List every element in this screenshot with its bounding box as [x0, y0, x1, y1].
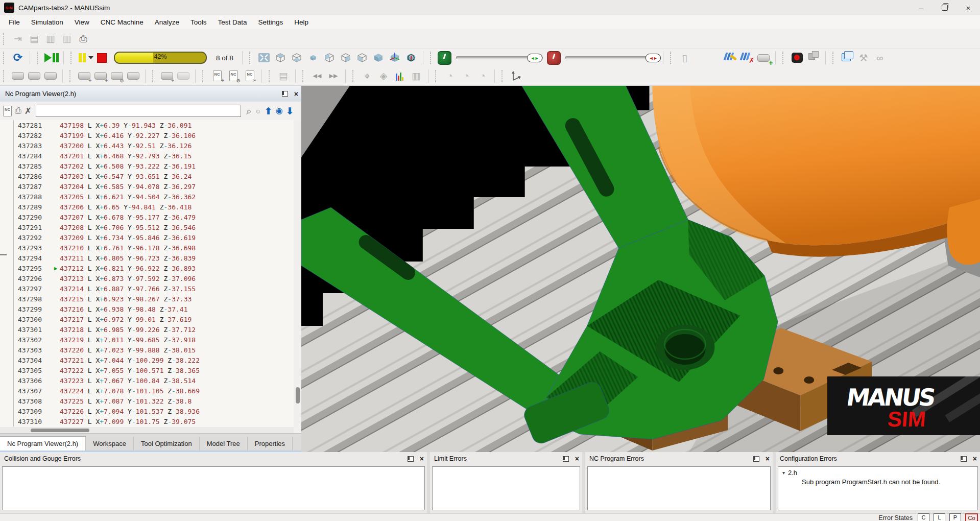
nc-line-437301[interactable]: 437301437218 L X+6.985 Y-99.226 Z-37.712: [0, 324, 294, 335]
tab-nc-program-viewer-2-h-[interactable]: Nc Program Viewer(2.h): [0, 436, 86, 451]
pause-options-button[interactable]: [77, 50, 93, 65]
nc-line-437304[interactable]: 437304437221 L X+7.044 Y-100.299 Z-38.22…: [0, 355, 294, 365]
link-icon[interactable]: ∞: [872, 50, 888, 65]
time-compare-icon[interactable]: ◔: [474, 68, 491, 84]
tab-model-tree[interactable]: Model Tree: [200, 437, 248, 451]
material-brush-remove-icon[interactable]: ✗: [739, 50, 755, 65]
view-axes-icon[interactable]: [387, 50, 403, 65]
view-iso-icon[interactable]: [305, 50, 321, 65]
tab-workspace[interactable]: Workspace: [86, 437, 134, 451]
nc-line-437292[interactable]: 437292437209 L X+6.734 Y-95.846 Z-36.619: [0, 232, 294, 243]
minimize-button[interactable]: –: [910, 0, 933, 15]
caliper-icon[interactable]: ⌖: [359, 68, 375, 84]
nc-line-437282[interactable]: 437282437199 L X+6.416 Y-92.227 Z-36.106: [0, 130, 294, 140]
nc-line-437297[interactable]: 437297437214 L X+6.887 Y-97.766 Z-37.155: [0, 283, 294, 294]
panel-content[interactable]: [432, 466, 580, 510]
stop-button[interactable]: [93, 50, 110, 65]
nc-line-437305[interactable]: 437305437222 L X+7.055 Y-100.571 Z-38.36…: [0, 365, 294, 375]
tab-tool-optimization[interactable]: Tool Optimization: [134, 437, 200, 451]
error-state-c[interactable]: C: [918, 513, 929, 521]
float-panel-icon[interactable]: [753, 456, 759, 462]
nc-new-icon[interactable]: NC+: [209, 68, 225, 84]
nc-zero-icon[interactable]: NC⊘: [225, 68, 242, 84]
speed-slider-red[interactable]: ◄►: [562, 50, 659, 65]
nc-line-437306[interactable]: 437306437223 L X+7.067 Y-100.84 Z-38.514: [0, 375, 294, 386]
chevron-down-icon[interactable]: ▾: [782, 470, 785, 476]
stock-zero-icon[interactable]: ⊘: [109, 68, 125, 84]
fit-view-icon[interactable]: [256, 50, 272, 65]
red-slider-handle[interactable]: ◄►: [646, 54, 661, 62]
import-icon[interactable]: ⇥: [10, 31, 26, 46]
nc-line-437287[interactable]: 437287437204 L X+6.585 Y-94.078 Z-36.297: [0, 181, 294, 192]
error-state-co[interactable]: Co: [965, 513, 978, 521]
nc-line-437310[interactable]: 437310437227 L X+7.099 Y-101.75 Z-39.075: [0, 416, 294, 427]
close-panel-icon[interactable]: ×: [973, 455, 977, 462]
view-top-icon[interactable]: [272, 50, 289, 65]
clear-icon[interactable]: ✗: [25, 106, 32, 116]
stock-insert-icon[interactable]: +: [92, 68, 109, 84]
stock-measure-icon[interactable]: [10, 68, 26, 84]
close-panel-icon[interactable]: ×: [575, 455, 579, 462]
statistics-chart-icon[interactable]: [392, 68, 408, 84]
vertical-scrollbar-thumb[interactable]: [296, 387, 300, 404]
compare-icon[interactable]: ◈: [375, 68, 392, 84]
match-circle-icon[interactable]: ○: [256, 107, 260, 115]
menu-item-simulation[interactable]: Simulation: [26, 17, 69, 28]
nc-line-437309[interactable]: 437309437226 L X+7.094 Y-101.537 Z-38.93…: [0, 406, 294, 416]
nc-line-437290[interactable]: 437290437207 L X+6.678 Y-95.177 Z-36.479: [0, 212, 294, 222]
machine-component-icon[interactable]: ⚒: [855, 50, 872, 65]
horizontal-scrollbar-thumb[interactable]: [31, 429, 89, 432]
nc-line-437295[interactable]: 437295▶437212 L X+6.821 Y-96.922 Z-36.89…: [0, 263, 294, 273]
nc-line-437307[interactable]: 437307437224 L X+7.078 Y-101.105 Z-38.66…: [0, 386, 294, 396]
tab-properties[interactable]: Properties: [248, 437, 293, 451]
nc-line-437308[interactable]: 437308437225 L X+7.087 Y-101.322 Z-38.8: [0, 396, 294, 406]
search-input[interactable]: [36, 105, 241, 117]
probe-icon[interactable]: ▯: [677, 50, 693, 65]
stock-white-icon[interactable]: [175, 68, 192, 84]
speed-slider-green[interactable]: ◄►: [453, 50, 546, 65]
reset-simulation-icon[interactable]: ⟳: [10, 50, 26, 65]
view-solid-icon[interactable]: [370, 50, 387, 65]
view-left-icon[interactable]: [354, 50, 370, 65]
add-machine-icon[interactable]: +: [755, 50, 772, 65]
stock-add-icon[interactable]: +: [76, 68, 92, 84]
stock-add-dark-icon[interactable]: +: [159, 68, 175, 84]
config-error-node[interactable]: ▾ 2.h: [778, 469, 977, 477]
float-panel-icon[interactable]: [408, 456, 414, 462]
nc-line-437299[interactable]: 437299437216 L X+6.938 Y-98.48 Z-37.41: [0, 304, 294, 314]
copy-panels-icon[interactable]: [805, 50, 822, 65]
view-back-icon[interactable]: [321, 50, 338, 65]
view-bottom-icon[interactable]: [289, 50, 305, 65]
nc-cut-icon[interactable]: NC✂: [242, 68, 258, 84]
record-icon[interactable]: [789, 50, 805, 65]
speed-gauge-red-icon[interactable]: [546, 50, 562, 65]
nc-line-437302[interactable]: 437302437219 L X+7.011 Y-99.685 Z-37.918: [0, 335, 294, 345]
report-icon[interactable]: ▥: [408, 68, 424, 84]
current-block-icon[interactable]: ◉: [276, 107, 283, 115]
stock-plain-icon[interactable]: [125, 68, 141, 84]
nc-line-437289[interactable]: 437289437206 L X+6.65 Y-94.841 Z-36.418: [0, 202, 294, 212]
menu-item-file[interactable]: File: [3, 17, 26, 28]
menu-item-view[interactable]: View: [69, 17, 95, 28]
nc-program-listing[interactable]: 437281437198 L X+6.39 Y-91.943 Z-36.0914…: [0, 120, 294, 427]
nc-line-437281[interactable]: 437281437198 L X+6.39 Y-91.943 Z-36.091: [0, 120, 294, 130]
menu-item-tools[interactable]: Tools: [185, 17, 212, 28]
stock-view-icon[interactable]: [42, 68, 59, 84]
save-as-icon[interactable]: ▥: [59, 31, 75, 46]
menu-item-test-data[interactable]: Test Data: [212, 17, 252, 28]
coordinate-axis-icon[interactable]: [508, 68, 524, 84]
view-right-icon[interactable]: [338, 50, 354, 65]
close-panel-icon[interactable]: ×: [420, 455, 424, 462]
menu-item-help[interactable]: Help: [289, 17, 314, 28]
nc-line-437300[interactable]: 437300437217 L X+6.972 Y-99.01 Z-37.619: [0, 314, 294, 324]
time-actual-icon[interactable]: ◔: [458, 68, 474, 84]
close-button[interactable]: ×: [957, 0, 980, 15]
nc-line-437296[interactable]: 437296437213 L X+6.873 Y-97.592 Z-37.096: [0, 273, 294, 283]
nc-file-icon[interactable]: NC: [3, 106, 12, 116]
error-state-p[interactable]: P: [949, 513, 961, 521]
save-icon[interactable]: ▥: [42, 31, 59, 46]
splitter-handle[interactable]: [0, 254, 7, 255]
book-plug-icon[interactable]: ▤: [275, 68, 292, 84]
save-all-icon[interactable]: ⎙: [75, 31, 91, 46]
nc-line-437284[interactable]: 437284437201 L X+6.468 Y-92.793 Z-36.15: [0, 151, 294, 161]
